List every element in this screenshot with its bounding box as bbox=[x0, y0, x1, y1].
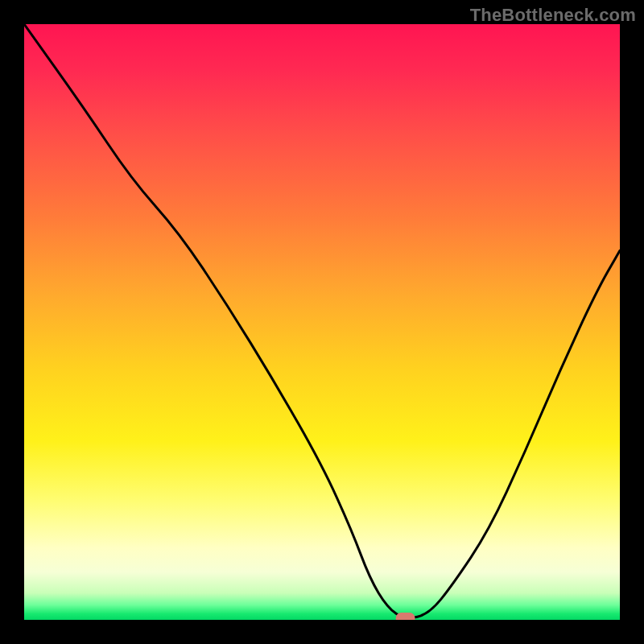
optimal-point-marker bbox=[396, 613, 415, 620]
plot-area bbox=[24, 24, 620, 620]
bottleneck-curve-line bbox=[24, 24, 620, 618]
watermark-text: TheBottleneck.com bbox=[470, 5, 636, 26]
bottleneck-chart: TheBottleneck.com bbox=[0, 0, 644, 644]
chart-svg bbox=[24, 24, 620, 620]
